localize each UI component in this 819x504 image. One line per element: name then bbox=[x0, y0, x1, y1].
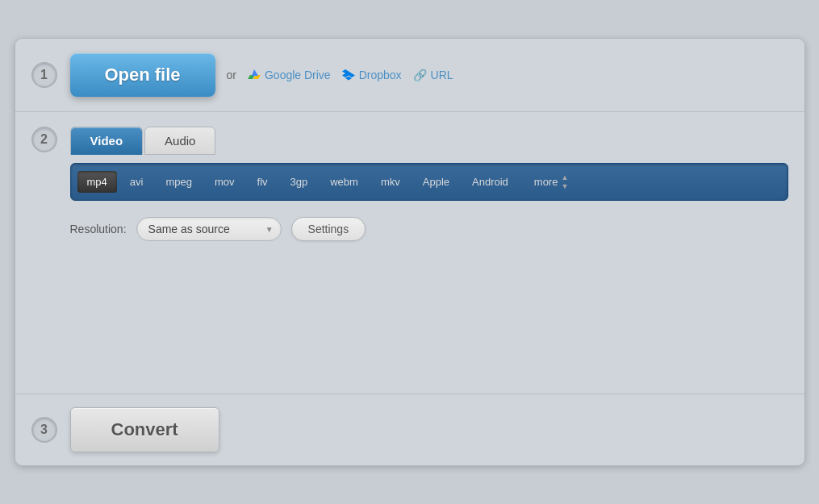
convert-button[interactable]: Convert bbox=[70, 407, 219, 452]
resolution-row: Resolution: Same as source 1080p 720p 48… bbox=[70, 217, 788, 241]
cloud-links: Google Drive Dropbox 🔗 URL bbox=[248, 69, 453, 81]
section-3: 3 Convert bbox=[15, 394, 804, 465]
format-apple[interactable]: Apple bbox=[413, 171, 459, 193]
dropbox-link[interactable]: Dropbox bbox=[342, 69, 402, 81]
svg-marker-2 bbox=[252, 69, 258, 76]
format-mpeg[interactable]: mpeg bbox=[156, 171, 202, 193]
tab-audio[interactable]: Audio bbox=[144, 127, 215, 155]
dropbox-icon bbox=[342, 69, 355, 81]
format-webm[interactable]: webm bbox=[320, 171, 368, 193]
resolution-select[interactable]: Same as source 1080p 720p 480p 360p 240p bbox=[136, 217, 282, 241]
step-1-circle: 1 bbox=[31, 62, 57, 88]
more-arrows-icon: ▲ ▼ bbox=[561, 173, 568, 190]
format-mov[interactable]: mov bbox=[205, 171, 244, 193]
google-drive-link[interactable]: Google Drive bbox=[248, 69, 331, 81]
resolution-label: Resolution: bbox=[70, 223, 127, 235]
app-container: 1 Open file or Google Drive Dropbox bbox=[15, 38, 805, 466]
format-bar: mp4 avi mpeg mov flv 3gp webm bbox=[70, 163, 788, 201]
section-2: 2 Video Audio mp4 avi m bbox=[15, 112, 804, 394]
url-icon: 🔗 bbox=[413, 69, 427, 81]
resolution-select-wrapper: Same as source 1080p 720p 480p 360p 240p bbox=[136, 217, 282, 241]
tab-video[interactable]: Video bbox=[70, 127, 144, 155]
section-2-content: Video Audio mp4 avi mpeg mov bbox=[70, 127, 788, 241]
format-android[interactable]: Android bbox=[462, 171, 518, 193]
format-3gp[interactable]: 3gp bbox=[281, 171, 318, 193]
format-avi[interactable]: avi bbox=[120, 171, 153, 193]
step-2-circle: 2 bbox=[31, 127, 57, 152]
section-1: 1 Open file or Google Drive Dropbox bbox=[15, 39, 804, 112]
tabs-container: Video Audio bbox=[70, 127, 788, 155]
or-text: or bbox=[227, 69, 236, 81]
open-file-button[interactable]: Open file bbox=[70, 53, 215, 97]
step-3-circle: 3 bbox=[31, 417, 57, 443]
format-flv[interactable]: flv bbox=[248, 171, 278, 193]
format-mp4[interactable]: mp4 bbox=[77, 171, 117, 193]
format-mkv[interactable]: mkv bbox=[371, 171, 410, 193]
format-more[interactable]: more ▲ ▼ bbox=[524, 169, 579, 195]
url-link[interactable]: 🔗 URL bbox=[413, 69, 453, 81]
settings-button[interactable]: Settings bbox=[291, 217, 366, 241]
google-drive-icon bbox=[248, 69, 261, 81]
